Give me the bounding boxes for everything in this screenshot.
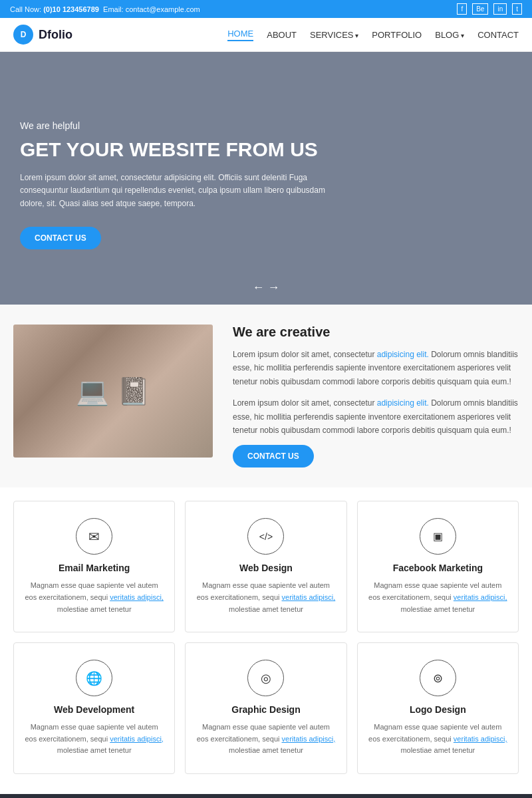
facebook-icon-top[interactable]: f	[457, 3, 467, 15]
service-desc-web-development: Magnam esse quae sapiente vel autem eos …	[24, 722, 164, 757]
service-link-6[interactable]: veritatis adipisci,	[454, 735, 507, 743]
logo-icon: D	[13, 25, 33, 45]
nav-portfolio[interactable]: PORTFOLIO	[372, 30, 422, 40]
top-bar: Call Now: (0)10 123456789 Email: contact…	[0, 0, 532, 18]
service-title-email-marketing: Email Marketing	[24, 563, 164, 573]
creative-link1[interactable]: adipisicing elit.	[377, 350, 429, 359]
footer: POPULAR LINKS Terms and Policy Refund Po…	[0, 794, 532, 798]
nav-links: HOME ABOUT SERVICES PORTFOLIO BLOG CONTA…	[227, 29, 519, 41]
creative-link2[interactable]: adipisicing elit.	[377, 398, 429, 408]
hero-cta-button[interactable]: CONTACT US	[20, 227, 101, 249]
navbar: D Dfolio HOME ABOUT SERVICES PORTFOLIO B…	[0, 18, 532, 52]
service-card-web-design: </> Web Design Magnam esse quae sapiente…	[185, 501, 346, 632]
call-label: Call Now:	[10, 5, 41, 13]
service-link-5[interactable]: veritatis adipisci,	[282, 735, 336, 743]
nav-contact[interactable]: CONTACT	[477, 30, 519, 40]
logo[interactable]: D Dfolio	[13, 25, 72, 45]
email-label: Email:	[101, 5, 126, 13]
phone-number: (0)10 123456789	[43, 5, 99, 13]
hero-arrows: ← →	[252, 281, 279, 295]
email-marketing-icon: ✉	[76, 518, 112, 555]
logo-design-icon: ⊚	[420, 660, 456, 696]
creative-text: We are creative Lorem ipsum dolor sit am…	[233, 325, 519, 467]
service-desc-email-marketing: Magnam esse quae sapiente vel autem eos …	[24, 580, 164, 615]
creative-section: We are creative Lorem ipsum dolor sit am…	[0, 305, 532, 487]
service-card-email-marketing: ✉ Email Marketing Magnam esse quae sapie…	[13, 501, 175, 632]
nav-services[interactable]: SERVICES	[310, 30, 358, 40]
creative-cta-button[interactable]: CONTACT US	[233, 445, 314, 467]
services-grid: ✉ Email Marketing Magnam esse quae sapie…	[13, 501, 519, 774]
creative-image	[13, 325, 213, 458]
hero-content: We are helpful GET YOUR WEBSITE FROM US …	[20, 120, 326, 249]
graphic-design-icon: ◎	[247, 660, 284, 696]
service-title-facebook-marketing: Facebook Marketing	[368, 563, 508, 573]
service-title-web-design: Web Design	[196, 563, 336, 573]
service-title-logo-design: Logo Design	[368, 704, 508, 715]
service-card-logo-design: ⊚ Logo Design Magnam esse quae sapiente …	[357, 642, 519, 774]
service-card-facebook-marketing: ▣ Facebook Marketing Magnam esse quae sa…	[357, 501, 519, 632]
nav-about[interactable]: ABOUT	[267, 30, 297, 40]
service-desc-facebook-marketing: Magnam esse quae sapiente vel autem eos …	[368, 580, 508, 615]
service-title-graphic-design: Graphic Design	[196, 704, 336, 715]
logo-text: Dfolio	[39, 28, 72, 42]
email-address: contact@example.com	[126, 5, 200, 13]
creative-title: We are creative	[233, 325, 519, 340]
service-card-graphic-design: ◎ Graphic Design Magnam esse quae sapien…	[185, 642, 346, 774]
hero-section: We are helpful GET YOUR WEBSITE FROM US …	[0, 52, 532, 305]
web-development-icon: 🌐	[76, 660, 112, 696]
service-title-web-development: Web Development	[24, 704, 164, 715]
creative-para1: Lorem ipsum dolor sit amet, consectetur …	[233, 348, 519, 388]
service-link-3[interactable]: veritatis adipisci,	[454, 593, 507, 601]
facebook-marketing-icon: ▣	[420, 518, 456, 555]
service-link-4[interactable]: veritatis adipisci,	[110, 735, 164, 743]
service-link-2[interactable]: veritatis adipisci,	[282, 593, 336, 601]
service-desc-web-design: Magnam esse quae sapiente vel autem eos …	[196, 580, 336, 615]
linkedin-icon-top[interactable]: in	[493, 3, 507, 15]
top-social-icons: f Be in t	[457, 3, 522, 15]
contact-info: Call Now: (0)10 123456789 Email: contact…	[10, 5, 200, 13]
service-desc-graphic-design: Magnam esse quae sapiente vel autem eos …	[196, 722, 336, 757]
service-card-web-development: 🌐 Web Development Magnam esse quae sapie…	[13, 642, 175, 774]
nav-home[interactable]: HOME	[227, 29, 253, 41]
services-section: ✉ Email Marketing Magnam esse quae sapie…	[0, 487, 532, 794]
nav-blog[interactable]: BLOG	[435, 30, 464, 40]
creative-para2: Lorem ipsum dolor sit amet, consectetur …	[233, 396, 519, 437]
creative-image-inner	[13, 325, 213, 458]
twitter-icon-top[interactable]: t	[512, 3, 522, 15]
hero-description: Lorem ipsum dolor sit amet, consectetur …	[20, 172, 326, 210]
hero-title: GET YOUR WEBSITE FROM US	[20, 138, 326, 162]
web-design-icon: </>	[247, 518, 284, 555]
behance-icon-top[interactable]: Be	[472, 3, 488, 15]
service-link-1[interactable]: veritatis adipisci,	[110, 593, 164, 601]
hero-subtitle: We are helpful	[20, 120, 326, 131]
service-desc-logo-design: Magnam esse quae sapiente vel autem eos …	[368, 722, 508, 757]
